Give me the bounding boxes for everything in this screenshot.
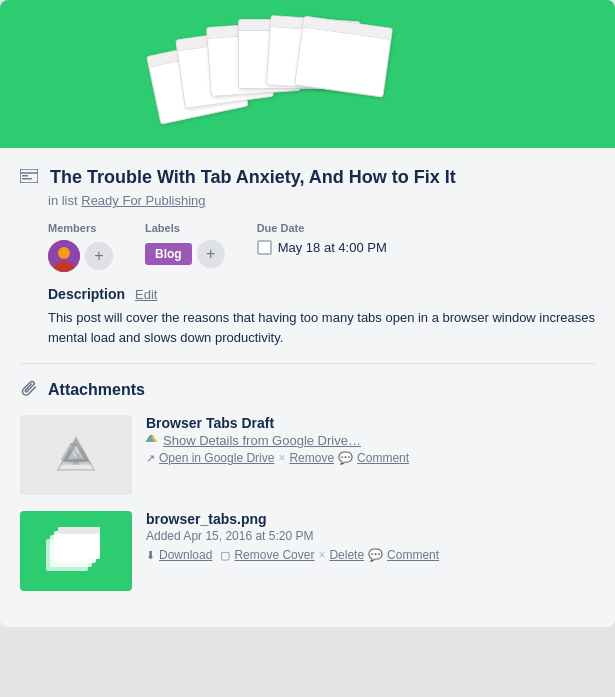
delete-link[interactable]: Delete <box>329 548 364 562</box>
due-date-group: Due Date May 18 at 4:00 PM <box>257 222 387 255</box>
labels-label: Labels <box>145 222 225 234</box>
due-date-checkbox[interactable] <box>257 240 272 255</box>
labels-group: Labels Blog + <box>145 222 225 268</box>
attachment-name-image: browser_tabs.png <box>146 511 595 527</box>
comment-image-link[interactable]: Comment <box>387 548 439 562</box>
attachment-actions-drive: Show Details from Google Drive… <box>146 433 595 448</box>
add-label-button[interactable]: + <box>197 240 225 268</box>
open-drive-link[interactable]: Open in Google Drive <box>159 451 274 465</box>
meta-row: Members + Labels Blog <box>48 222 595 272</box>
due-date-content: May 18 at 4:00 PM <box>257 240 387 255</box>
attachment-info-image: browser_tabs.png Added Apr 15, 2016 at 5… <box>146 511 595 562</box>
attachment-thumb-image <box>20 511 132 591</box>
card-wrapper: The Trouble With Tab Anxiety, And How to… <box>0 0 615 627</box>
attachment-item-drive: Browser Tabs Draft Show Details from Goo… <box>20 415 595 495</box>
download-icon: ⬇ <box>146 549 155 562</box>
remove-drive-link[interactable]: Remove <box>289 451 334 465</box>
avatar[interactable] <box>48 240 80 272</box>
members-content: + <box>48 240 113 272</box>
card-title: The Trouble With Tab Anxiety, And How to… <box>50 166 456 189</box>
attachments-header: Attachments <box>20 378 595 401</box>
attachment-date-image: Added Apr 15, 2016 at 5:20 PM <box>146 529 595 543</box>
labels-content: Blog + <box>145 240 225 268</box>
card-type-icon <box>20 169 38 187</box>
remove-cover-link[interactable]: Remove Cover <box>234 548 314 562</box>
description-section: Description Edit This post will cover th… <box>48 286 595 347</box>
card-list-ref: in list Ready For Publishing <box>48 193 595 208</box>
open-icon: ↗ <box>146 452 155 465</box>
card-body: The Trouble With Tab Anxiety, And How to… <box>0 148 615 627</box>
description-title: Description <box>48 286 125 302</box>
description-text: This post will cover the reasons that ha… <box>48 308 595 347</box>
attachment-info-drive: Browser Tabs Draft Show Details from Goo… <box>146 415 595 465</box>
due-date-label: Due Date <box>257 222 387 234</box>
svg-rect-2 <box>22 175 28 177</box>
attachments-section: Attachments <box>20 378 595 591</box>
attachment-actions-drive-row2: ↗ Open in Google Drive × Remove 💬 Commen… <box>146 451 595 465</box>
card-header <box>0 0 615 148</box>
members-group: Members + <box>48 222 113 272</box>
svg-point-5 <box>58 247 70 259</box>
svg-rect-3 <box>22 178 32 180</box>
attachment-thumb-drive <box>20 415 132 495</box>
attachment-name-drive: Browser Tabs Draft <box>146 415 595 431</box>
attachments-icon <box>20 378 38 401</box>
attachments-title: Attachments <box>48 381 145 399</box>
download-link[interactable]: Download <box>159 548 212 562</box>
tabs-illustration <box>208 19 408 129</box>
add-member-button[interactable]: + <box>85 242 113 270</box>
tab-window-6 <box>294 16 393 98</box>
description-edit-button[interactable]: Edit <box>135 287 157 302</box>
attachment-item-image: browser_tabs.png Added Apr 15, 2016 at 5… <box>20 511 595 591</box>
members-label: Members <box>48 222 113 234</box>
show-details-link[interactable]: Show Details from Google Drive… <box>146 433 361 448</box>
svg-rect-19 <box>58 527 100 534</box>
section-divider <box>20 363 595 364</box>
attachment-actions-image: ⬇ Download ▢ Remove Cover × Delete 💬 Com… <box>146 548 595 562</box>
comment-drive-link[interactable]: Comment <box>357 451 409 465</box>
list-link[interactable]: Ready For Publishing <box>81 193 205 208</box>
label-tag[interactable]: Blog <box>145 243 192 265</box>
remove-cover-icon: ▢ <box>220 549 230 562</box>
title-row: The Trouble With Tab Anxiety, And How to… <box>20 166 595 189</box>
due-date-button[interactable]: May 18 at 4:00 PM <box>257 240 387 255</box>
due-date-value: May 18 at 4:00 PM <box>278 240 387 255</box>
description-header: Description Edit <box>48 286 595 302</box>
